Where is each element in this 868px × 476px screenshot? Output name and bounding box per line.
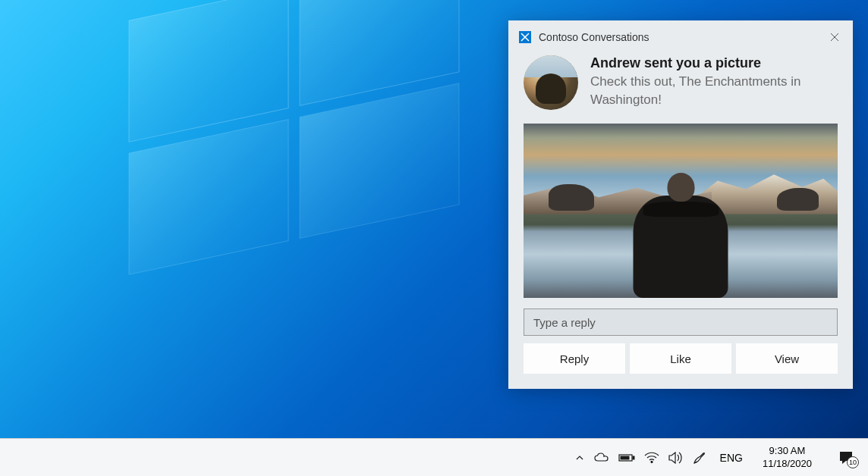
svg-rect-0	[129, 0, 288, 142]
view-button[interactable]: View	[736, 343, 838, 374]
language-indicator[interactable]: ENG	[715, 452, 747, 464]
toast-body: Andrew sent you a picture Check this out…	[508, 51, 853, 117]
date-label: 11/18/2020	[763, 458, 812, 471]
like-button[interactable]: Like	[630, 343, 731, 374]
svg-rect-3	[300, 83, 459, 239]
app-name: Contoso Conversations	[539, 31, 827, 43]
svg-point-8	[650, 461, 652, 462]
action-center-button[interactable]: 10	[833, 445, 859, 471]
wifi-icon[interactable]	[644, 452, 659, 464]
time-label: 9:30 AM	[769, 445, 806, 458]
tray-overflow-icon[interactable]	[574, 453, 585, 463]
notification-toast: Contoso Conversations Andrew sent you a …	[508, 20, 853, 389]
toast-actions: Reply Like View	[508, 343, 853, 389]
reply-input[interactable]	[524, 308, 838, 336]
pen-icon[interactable]	[693, 451, 706, 465]
close-button[interactable]	[827, 30, 842, 45]
toast-header: Contoso Conversations	[508, 20, 853, 51]
onedrive-icon[interactable]	[594, 453, 609, 463]
volume-icon[interactable]	[668, 452, 684, 464]
notification-title: Andrew sent you a picture	[590, 55, 838, 71]
svg-rect-6	[621, 456, 629, 459]
desktop-wallpaper: Contoso Conversations Andrew sent you a …	[0, 0, 868, 438]
notification-badge: 10	[847, 456, 859, 468]
sender-avatar	[524, 55, 578, 110]
battery-icon[interactable]	[618, 453, 635, 463]
notification-hero-image	[524, 124, 838, 298]
reply-button[interactable]: Reply	[524, 343, 625, 374]
svg-rect-7	[633, 456, 634, 459]
notification-message: Check this out, The Enchantments in Wash…	[590, 73, 838, 109]
system-tray: ENG 9:30 AM 11/18/2020 10	[568, 445, 865, 471]
windows-logo	[83, 0, 508, 303]
app-icon	[519, 31, 531, 43]
svg-rect-2	[129, 120, 288, 275]
clock[interactable]: 9:30 AM 11/18/2020	[756, 445, 818, 471]
taskbar: ENG 9:30 AM 11/18/2020 10	[0, 438, 868, 476]
